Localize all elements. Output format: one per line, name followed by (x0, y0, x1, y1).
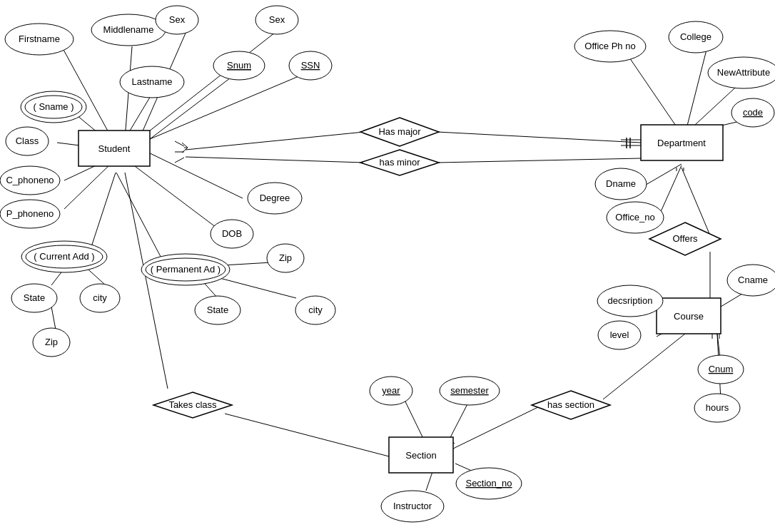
entity-course-label: Course (674, 311, 704, 322)
attr-dname-label: Dname (606, 178, 636, 189)
attr-city1-label: city (93, 292, 107, 303)
attr-sname-label: ( Sname ) (33, 101, 74, 112)
attr-code-label: code (743, 107, 763, 118)
svg-line-10 (64, 160, 114, 209)
svg-line-29 (175, 158, 184, 163)
er-diagram: Student Department Course Section Has ma… (0, 0, 775, 532)
attr-middlename-label: Middlename (103, 24, 154, 35)
entity-department-label: Department (657, 138, 706, 148)
attr-officeno-label: Office_no (615, 212, 654, 222)
relationship-offers-label: Offers (672, 233, 698, 244)
attr-hours-label: hours (706, 402, 729, 413)
diagram-canvas: Student Department Course Section Has ma… (0, 0, 775, 532)
svg-line-31 (685, 44, 708, 134)
attr-cphoneno-label: C_phoneno (6, 175, 54, 185)
attr-lastname-label: Lastname (131, 76, 172, 87)
attr-zip2-label: Zip (279, 252, 292, 263)
svg-line-20 (132, 164, 225, 234)
attr-college-label: College (680, 31, 711, 42)
attr-officephno-label: Office Ph no (584, 41, 635, 51)
attr-instructor-label: Instructor (393, 501, 432, 511)
svg-line-22 (437, 132, 641, 143)
svg-line-58 (225, 414, 389, 456)
attr-cname-label: Cname (738, 275, 768, 285)
attr-city2-label: city (308, 305, 323, 315)
svg-line-34 (642, 164, 682, 187)
attr-permanentad-label: ( Permanent Ad ) (151, 264, 221, 275)
attr-sex2-label: Sex (269, 14, 285, 25)
svg-line-18 (220, 278, 296, 298)
svg-line-50 (455, 405, 542, 448)
attr-ssn-label: SSN (301, 60, 320, 71)
attr-description-label: decsription (608, 295, 653, 306)
attr-class-label: Class (16, 135, 39, 146)
relationship-hasminor-label: has minor (379, 157, 420, 168)
entity-student-label: Student (98, 143, 131, 154)
svg-line-62 (182, 148, 188, 153)
svg-line-26 (437, 158, 641, 163)
attr-cnum-label: Cnum (709, 364, 734, 374)
svg-line-14 (51, 307, 56, 329)
attr-level-label: level (610, 329, 629, 340)
svg-line-30 (627, 53, 682, 134)
relationship-takesclass-label: Takes class (168, 399, 217, 410)
relationship-hasmajor-label: Has major (378, 126, 421, 137)
attr-state2-label: State (207, 305, 228, 315)
attr-currentadd-label: ( Current Add ) (34, 251, 94, 262)
attr-zip1-label: Zip (45, 337, 58, 347)
attr-firstname-label: Firstname (19, 34, 60, 44)
attr-snum-label: Snum (227, 60, 251, 71)
attr-state1-label: State (24, 292, 45, 303)
attr-year-label: year (382, 385, 400, 396)
attr-semester-label: semester (450, 385, 489, 396)
relationship-hassection-label: has section (547, 399, 594, 410)
attr-sectionno-label: Section_no (465, 478, 512, 488)
svg-line-11 (89, 173, 116, 253)
attr-pphoneno-label: P_phoneno (6, 208, 54, 219)
svg-line-25 (186, 157, 364, 163)
attr-newattribute-label: NewAttribute (717, 67, 770, 78)
attr-dob-label: DOB (222, 228, 242, 239)
entity-section-label: Section (405, 450, 436, 461)
attr-sex1-label: Sex (169, 14, 186, 25)
attr-degree-label: Degree (260, 193, 290, 203)
svg-line-21 (186, 132, 364, 150)
